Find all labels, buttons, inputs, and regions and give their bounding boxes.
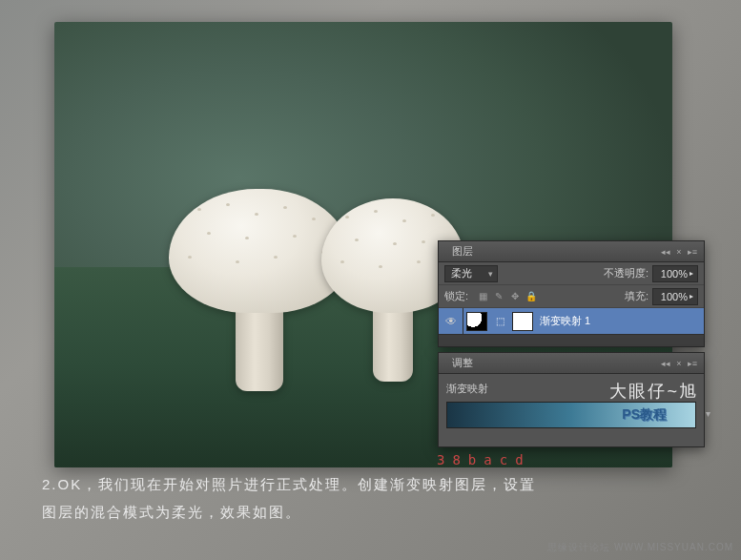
color-code: 38bacd bbox=[437, 452, 531, 467]
visibility-toggle[interactable]: 👁 bbox=[439, 308, 463, 334]
layers-panel: 图层 ◂◂ × ▸≡ 柔光 不透明度: 100%▸ 锁定: ▦ ✎ ✥ 🔒 填充… bbox=[438, 240, 705, 347]
collapse-icon[interactable]: ◂◂ bbox=[660, 358, 671, 369]
gradient-map-title: 渐变映射 bbox=[446, 382, 488, 396]
page-watermark: 思缘设计论坛 WWW.MISSYUAN.COM bbox=[547, 541, 733, 554]
adjustment-thumb[interactable] bbox=[466, 312, 487, 331]
layer-item-empty bbox=[439, 335, 704, 346]
blend-mode-select[interactable]: 柔光 bbox=[444, 265, 498, 282]
gradient-preview[interactable]: PS教程 bbox=[446, 402, 696, 428]
menu-icon[interactable]: ▸≡ bbox=[687, 358, 698, 369]
lock-row: 锁定: ▦ ✎ ✥ 🔒 填充: 100%▸ bbox=[439, 285, 704, 308]
fill-label: 填充: bbox=[625, 289, 648, 303]
lock-position-icon[interactable]: ✥ bbox=[508, 290, 522, 303]
watermark-overlay: 大眼仔~旭 bbox=[609, 380, 698, 403]
lock-label: 锁定: bbox=[444, 289, 468, 303]
link-icon[interactable]: ⬚ bbox=[493, 312, 506, 331]
layer-item-gradient-map[interactable]: 👁 ⬚ 渐变映射 1 bbox=[439, 308, 704, 335]
adjust-body: 渐变映射 大眼仔~旭 PS教程 38bacd bbox=[439, 374, 704, 446]
opacity-input[interactable]: 100%▸ bbox=[652, 265, 698, 282]
lock-pixels-icon[interactable]: ✎ bbox=[492, 290, 505, 303]
adjustments-panel: 调整 ◂◂ × ▸≡ 渐变映射 大眼仔~旭 PS教程 38bacd bbox=[438, 352, 705, 447]
tutorial-caption: 2.OK，我们现在开始对照片进行正式处理。创建渐变映射图层，设置 图层的混合模式… bbox=[42, 471, 712, 526]
ps-tutorial-text: PS教程 bbox=[622, 406, 667, 424]
fill-input[interactable]: 100%▸ bbox=[652, 288, 698, 305]
lock-all-icon[interactable]: 🔒 bbox=[525, 290, 538, 303]
adjustments-tab[interactable]: 调整 bbox=[444, 354, 481, 372]
layer-name: 渐变映射 1 bbox=[540, 314, 590, 328]
layer-list: 👁 ⬚ 渐变映射 1 bbox=[439, 308, 704, 346]
close-icon[interactable]: × bbox=[673, 358, 685, 369]
layers-tab[interactable]: 图层 bbox=[444, 242, 481, 260]
adjustments-panel-header[interactable]: 调整 ◂◂ × ▸≡ bbox=[439, 353, 704, 374]
mask-thumb[interactable] bbox=[512, 312, 533, 331]
lock-transparency-icon[interactable]: ▦ bbox=[476, 290, 489, 303]
close-icon[interactable]: × bbox=[673, 246, 685, 258]
opacity-label: 不透明度: bbox=[604, 266, 648, 280]
layers-panel-header[interactable]: 图层 ◂◂ × ▸≡ bbox=[439, 241, 704, 262]
menu-icon[interactable]: ▸≡ bbox=[687, 246, 698, 258]
collapse-icon[interactable]: ◂◂ bbox=[660, 246, 671, 258]
blend-mode-row: 柔光 不透明度: 100%▸ bbox=[439, 262, 704, 285]
